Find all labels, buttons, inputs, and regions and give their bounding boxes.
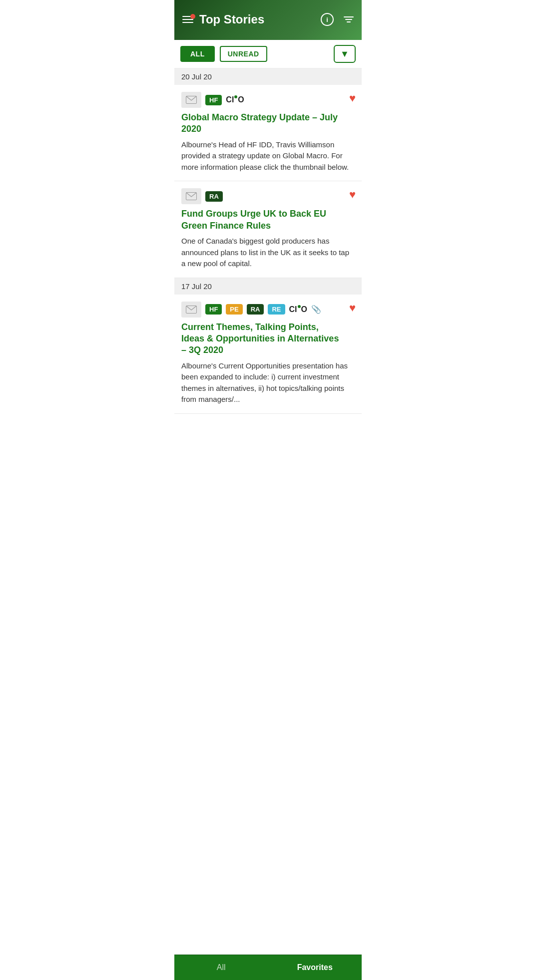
story-card-2[interactable]: ♥ RA Fund Groups Urge UK to Back EU Gree… bbox=[174, 181, 362, 278]
all-filter-button[interactable]: ALL bbox=[180, 46, 215, 62]
menu-line-3 bbox=[182, 22, 193, 23]
tag-ra-3: RA bbox=[247, 304, 264, 315]
tag-pe-3: PE bbox=[226, 304, 242, 315]
story-desc-2: One of Canada's biggest gold producers h… bbox=[181, 236, 355, 270]
story-title-1: Global Macro Strategy Update – July 2020 bbox=[181, 112, 355, 135]
story-card-1[interactable]: ♥ HF CIO Global Macro Strategy Update – … bbox=[174, 85, 362, 181]
mail-icon-2 bbox=[181, 188, 201, 204]
mail-svg-2 bbox=[186, 192, 197, 200]
tag-re-3: RE bbox=[268, 304, 285, 315]
story-header-1: HF CIO bbox=[181, 92, 355, 108]
mail-svg-1 bbox=[186, 96, 197, 104]
app-header: Top Stories i bbox=[174, 0, 362, 40]
date-separator-2: 17 Jul 20 bbox=[174, 278, 362, 295]
bottom-nav-all[interactable]: All bbox=[174, 955, 268, 980]
tag-hf-3: HF bbox=[205, 304, 222, 315]
story-title-2: Fund Groups Urge UK to Back EU Green Fin… bbox=[181, 208, 355, 232]
unread-filter-button[interactable]: UNREAD bbox=[220, 46, 267, 62]
filter-line-2 bbox=[345, 19, 352, 20]
favorite-button-3[interactable]: ♥ bbox=[349, 302, 356, 315]
notification-dot bbox=[190, 14, 195, 19]
funnel-filter-button[interactable]: ▼ bbox=[334, 45, 356, 63]
mail-icon-3 bbox=[181, 302, 201, 318]
mail-svg-3 bbox=[186, 306, 197, 314]
story-header-3: HF PE RA RE CIO 📎 bbox=[181, 302, 355, 318]
story-title-3: Current Themes, Talking Points, Ideas & … bbox=[181, 322, 355, 356]
bottom-nav-favorites[interactable]: Favorites bbox=[268, 955, 362, 980]
bottom-navigation: All Favorites bbox=[174, 955, 362, 980]
info-icon: i bbox=[326, 16, 328, 23]
filter-line-1 bbox=[344, 16, 354, 17]
mail-icon-1 bbox=[181, 92, 201, 108]
header-filter-button[interactable] bbox=[344, 16, 354, 22]
cio-logo-1: CIO bbox=[226, 95, 244, 104]
funnel-icon: ▼ bbox=[340, 49, 349, 59]
favorite-button-1[interactable]: ♥ bbox=[349, 92, 356, 105]
tag-hf-1: HF bbox=[205, 95, 222, 105]
menu-line-2 bbox=[182, 19, 193, 20]
attachment-icon-3: 📎 bbox=[311, 305, 321, 314]
story-header-2: RA bbox=[181, 188, 355, 204]
info-button[interactable]: i bbox=[321, 13, 334, 26]
favorite-button-2[interactable]: ♥ bbox=[349, 188, 356, 201]
cio-logo-3: CIO bbox=[289, 305, 307, 314]
filter-bar: ALL UNREAD ▼ bbox=[174, 40, 362, 68]
menu-button[interactable] bbox=[182, 16, 193, 23]
story-desc-1: Albourne's Head of HF IDD, Travis Willia… bbox=[181, 139, 355, 173]
story-desc-3: Albourne's Current Opportunities present… bbox=[181, 360, 355, 405]
tag-ra-2: RA bbox=[205, 191, 223, 202]
story-card-3[interactable]: ♥ HF PE RA RE CIO 📎 Current Themes, Talk… bbox=[174, 295, 362, 414]
date-separator-1: 20 Jul 20 bbox=[174, 68, 362, 85]
page-title: Top Stories bbox=[199, 12, 315, 26]
filter-line-3 bbox=[347, 21, 351, 22]
